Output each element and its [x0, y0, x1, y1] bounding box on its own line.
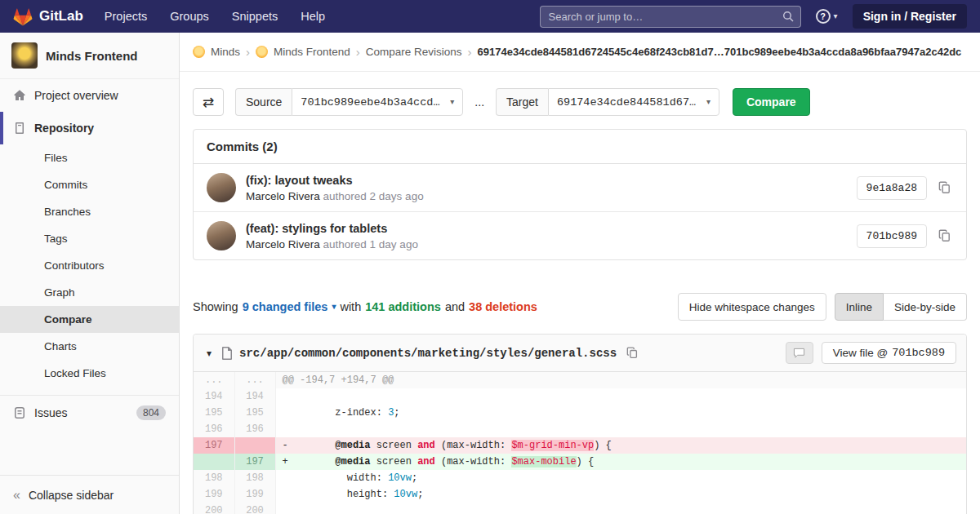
commit-author-link[interactable]: Marcelo Rivera: [246, 190, 320, 202]
issues-count-badge: 804: [136, 405, 166, 420]
diff-file-path[interactable]: src/app/common/components/marketing/styl…: [239, 347, 617, 360]
view-file-label: View file @: [833, 347, 888, 359]
main-content: Minds › Minds Frontend › Compare Revisio…: [180, 0, 980, 514]
collapse-sidebar-button[interactable]: « Collapse sidebar: [0, 475, 179, 514]
chevron-right-icon: ›: [356, 45, 360, 59]
additions-count: 141 additions: [365, 300, 441, 313]
new-line-number[interactable]: 194: [234, 388, 275, 405]
old-line-number[interactable]: 200: [194, 503, 234, 514]
new-line-number[interactable]: 198: [234, 470, 275, 486]
commits-panel: Commits (2) (fix): layout tweaks Marcelo…: [193, 129, 967, 260]
sidebar-item-project-overview[interactable]: Project overview: [0, 79, 179, 112]
global-search: [540, 6, 801, 28]
commit-info: (fix): layout tweaks Marcelo Rivera auth…: [246, 174, 857, 202]
diff-sign: [283, 423, 288, 435]
diff-summary-bar: Showing 9 changed files ▾ with 141 addit…: [193, 293, 967, 321]
sidebar-item-tags[interactable]: Tags: [0, 225, 179, 252]
old-line-number[interactable]: 198: [194, 470, 234, 486]
showing-label: Showing: [193, 300, 238, 313]
sign-in-button[interactable]: Sign in / Register: [853, 4, 967, 29]
target-ref-dropdown[interactable]: 69174e34cde844581d67… ▾: [548, 88, 719, 116]
copy-sha-button[interactable]: [937, 179, 953, 196]
sidebar-item-charts[interactable]: Charts: [0, 333, 179, 360]
old-line-number[interactable]: 199: [194, 486, 234, 503]
brand-title: GitLab: [39, 8, 83, 24]
project-context-link[interactable]: Minds Frontend: [0, 33, 179, 79]
changed-files-label: 9 changed files: [243, 300, 328, 313]
copy-icon: [626, 347, 639, 359]
side-by-side-view-button[interactable]: Side-by-side: [884, 293, 967, 321]
old-line-number[interactable]: 194: [194, 388, 234, 405]
commit-sha-link[interactable]: 9e1a8a28: [857, 176, 927, 200]
old-line-number[interactable]: 197: [194, 437, 234, 454]
chevron-down-icon: ▾: [834, 12, 838, 20]
diff-line-code: [275, 503, 966, 514]
source-ref-dropdown[interactable]: 701bc989eebe4b3a4ccd… ▾: [292, 88, 463, 116]
diff-stats-text: Showing 9 changed files ▾ with 141 addit…: [193, 300, 537, 313]
commit-title-link[interactable]: (fix): layout tweaks: [246, 174, 857, 187]
nav-groups[interactable]: Groups: [170, 10, 209, 23]
sidebar-item-files[interactable]: Files: [0, 144, 179, 171]
search-input[interactable]: [540, 6, 801, 28]
commit-author-link[interactable]: Marcelo Rivera: [246, 238, 320, 250]
old-line-number[interactable]: 196: [194, 421, 234, 437]
old-line-number[interactable]: 195: [194, 405, 234, 421]
sidebar-item-contributors[interactable]: Contributors: [0, 252, 179, 279]
compare-button[interactable]: Compare: [733, 88, 810, 116]
breadcrumb-compare-revisions[interactable]: Compare Revisions: [366, 46, 462, 58]
copy-sha-button[interactable]: [937, 228, 953, 244]
old-line-number[interactable]: [194, 454, 234, 470]
new-line-number[interactable]: 200: [234, 503, 275, 514]
toggle-comments-button[interactable]: [786, 342, 813, 364]
sidebar-item-branches[interactable]: Branches: [0, 198, 179, 225]
minds-frontend-avatar: [256, 46, 268, 58]
diff-line-code: width: 10vw;: [275, 470, 966, 486]
help-dropdown[interactable]: ? ▾: [816, 9, 838, 24]
hide-whitespace-button[interactable]: Hide whitespace changes: [678, 293, 826, 321]
diff-line-code: @@ -194,7 +194,7 @@: [275, 372, 966, 388]
sidebar-item-locked-files[interactable]: Locked Files: [0, 360, 179, 387]
main-nav: Projects Groups Snippets Help: [105, 10, 325, 23]
copy-file-path-button[interactable]: [625, 345, 640, 361]
swap-revisions-button[interactable]: ⇄: [193, 88, 224, 116]
copy-icon: [938, 229, 951, 242]
diff-line: 197+ @media screen and (max-width: $max-…: [194, 454, 966, 470]
chevron-down-icon: ▾: [706, 98, 710, 106]
chevron-right-icon: ›: [246, 45, 250, 59]
view-file-button[interactable]: View file @ 701bc989: [822, 342, 956, 364]
view-file-sha: 701bc989: [892, 347, 945, 359]
new-line-number[interactable]: 199: [234, 486, 275, 503]
new-line-number[interactable]: ...: [234, 372, 275, 388]
new-line-number[interactable]: 197: [234, 454, 275, 470]
chevron-down-icon: ▾: [332, 303, 336, 311]
old-line-number[interactable]: ...: [194, 372, 234, 388]
diff-file-actions: View file @ 701bc989: [786, 342, 956, 364]
top-navbar: GitLab Projects Groups Snippets Help ? ▾…: [0, 0, 980, 33]
commit-author-avatar: [207, 221, 236, 250]
new-line-number[interactable]: [234, 437, 275, 454]
breadcrumb-group[interactable]: Minds: [211, 46, 240, 58]
diff-view-controls: Hide whitespace changes Inline Side-by-s…: [678, 293, 967, 321]
nav-projects[interactable]: Projects: [105, 10, 147, 23]
collapse-diff-icon[interactable]: ▾: [203, 348, 215, 359]
question-icon: ?: [816, 9, 831, 24]
commit-sha-link[interactable]: 701bc989: [857, 224, 927, 248]
breadcrumb-project[interactable]: Minds Frontend: [274, 46, 350, 58]
source-ref-value: 701bc989eebe4b3a4ccd…: [301, 96, 439, 109]
new-line-number[interactable]: 195: [234, 405, 275, 421]
project-sidebar: Minds Frontend Project overview Reposito…: [0, 33, 180, 514]
commit-title-link[interactable]: (feat): stylings for tablets: [246, 222, 857, 235]
sidebar-item-compare[interactable]: Compare: [0, 306, 179, 333]
sidebar-item-commits[interactable]: Commits: [0, 171, 179, 198]
sidebar-item-issues[interactable]: Issues 804: [0, 396, 179, 430]
nav-help[interactable]: Help: [301, 10, 325, 23]
diff-line: 195195 z-index: 3;: [194, 405, 966, 421]
diff-file-header: ▾ src/app/common/components/marketing/st…: [194, 335, 966, 372]
sidebar-item-repository[interactable]: Repository: [0, 112, 179, 144]
changed-files-dropdown[interactable]: 9 changed files ▾: [243, 300, 336, 313]
nav-snippets[interactable]: Snippets: [232, 10, 278, 23]
gitlab-home-link[interactable]: GitLab: [13, 7, 83, 26]
new-line-number[interactable]: 196: [234, 421, 275, 437]
sidebar-item-graph[interactable]: Graph: [0, 279, 179, 306]
inline-view-button[interactable]: Inline: [835, 293, 884, 321]
